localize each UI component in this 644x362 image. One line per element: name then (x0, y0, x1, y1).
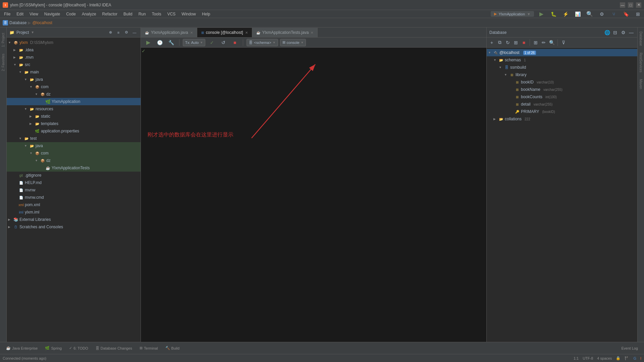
menu-vcs[interactable]: VCS (165, 11, 178, 17)
menu-help[interactable]: Help (199, 11, 213, 17)
menu-run[interactable]: Run (136, 11, 149, 17)
db-minimize-btn[interactable]: — (628, 29, 635, 36)
db-item-collations[interactable]: ▶ 📂 collations 222 (487, 115, 637, 123)
restservices-strip[interactable]: RestServices (638, 50, 643, 75)
tree-item-ylxmapp[interactable]: 🌿 YlxmApplication (7, 98, 141, 105)
breadcrumb-localhost[interactable]: @localhost (32, 20, 52, 25)
db-settings-btn[interactable]: ⚙ (620, 29, 627, 36)
menu-tools[interactable]: Tools (149, 11, 164, 17)
project-minimize-btn[interactable]: — (131, 29, 138, 36)
db-view-btn[interactable]: 🔍 (548, 39, 555, 46)
breadcrumb-database[interactable]: Database (9, 20, 26, 25)
profile-button[interactable]: 📊 (573, 9, 582, 19)
tab-build[interactable]: 🔨 Build (162, 345, 183, 352)
db-item-ssmbuild[interactable]: ▼ 🗄 ssmbuild (487, 64, 637, 71)
db-item-bookname[interactable]: ⊞ bookName varchar(255) (487, 86, 637, 93)
commit-btn[interactable]: ✓ (207, 38, 217, 47)
execute-btn[interactable]: ▶ (144, 38, 153, 47)
tab-db-changes[interactable]: 🗄 Database Changes (92, 345, 136, 352)
tx-selector[interactable]: Tx: Auto ▼ (183, 39, 205, 46)
tab-terminal[interactable]: ⊞ Terminal (136, 345, 161, 352)
editor-content[interactable]: ✓ 刚才选中的数据库会在这里进行显示 (141, 48, 486, 342)
tree-item-test-dz[interactable]: ▼ 📦 dz (7, 157, 141, 164)
db-item-primary[interactable]: 🔑 PRIMARY (bookID) (487, 108, 637, 115)
tree-item-extlibs[interactable]: ▶ 📚 External Libraries (7, 216, 141, 223)
run-button[interactable]: ▶ (537, 9, 546, 19)
tree-item-main[interactable]: ▼ 📂 main (7, 68, 141, 76)
tab-todo[interactable]: ✓ 6: TODO (66, 345, 92, 352)
debug-button[interactable]: 🐛 (549, 9, 558, 19)
database-strip[interactable]: Database (638, 29, 643, 49)
tab-ylxmtests-java[interactable]: ☕ YlxmApplicationTests.java ✕ (252, 28, 318, 37)
tree-item-test-java[interactable]: ▼ 📂 java (7, 142, 141, 149)
menu-code[interactable]: Code (63, 11, 78, 17)
tab-event-log[interactable]: Event Log (618, 345, 641, 352)
db-item-bookid[interactable]: ⊞ bookID varchar(10) (487, 78, 637, 86)
terminal-btn[interactable]: ⊞ (633, 9, 643, 19)
tree-item-idea[interactable]: ▶ 📂 .idea (7, 46, 141, 54)
menu-analyze[interactable]: Analyze (79, 11, 99, 17)
db-add-btn[interactable]: + (488, 39, 495, 46)
vcs-button[interactable]: ⑂ (609, 9, 619, 19)
menu-view[interactable]: View (27, 11, 41, 17)
tree-item-templates[interactable]: ▶ 📂 templates (7, 120, 141, 127)
db-stop-btn[interactable]: ■ (520, 39, 528, 46)
project-dropdown-icon[interactable]: ▼ (31, 31, 34, 34)
db-collapse-btn[interactable]: ⊟ (612, 29, 619, 36)
db-filter-btn[interactable]: ⊞ (512, 39, 520, 46)
tree-item-ylxm[interactable]: ▼ 📦 ylxm D:\SSM\ylxm (7, 39, 141, 46)
favorites-strip-label[interactable]: 2: Favorites (1, 51, 6, 74)
history-btn[interactable]: 🕐 (155, 38, 164, 47)
db-refresh-btn[interactable]: ↻ (504, 39, 512, 46)
tree-item-mvnwcmd[interactable]: 📄 mvnw.cmd (7, 194, 141, 201)
tab-ylxmapp-java[interactable]: ☕ YlxmApplication.java ✕ (141, 28, 197, 37)
config-btn[interactable]: 🔧 (166, 38, 176, 47)
project-settings-btn[interactable]: ⚙ (123, 29, 130, 36)
coverage-button[interactable]: ⚡ (561, 9, 570, 19)
db-item-schemas[interactable]: ▼ 📂 schemas 1 (487, 56, 637, 64)
tree-item-static[interactable]: ▶ 📂 static (7, 113, 141, 120)
project-strip-label[interactable]: 1: Project (1, 30, 6, 50)
tab-ylxmapp-close[interactable]: ✕ (190, 31, 193, 35)
db-edit-btn[interactable]: ✏ (540, 39, 547, 46)
console-selector[interactable]: ⊞ console ▼ (280, 39, 306, 46)
settings-button[interactable]: ⚙ (597, 9, 606, 19)
search-everywhere-button[interactable]: 🔍 (585, 9, 594, 19)
db-copy-btn[interactable]: ⧉ (496, 39, 503, 46)
menu-refactor[interactable]: Refactor (100, 11, 120, 17)
db-item-detail[interactable]: ⊞ detail varchar(255) (487, 101, 637, 108)
tree-item-mvn[interactable]: ▶ 📂 .mvn (7, 54, 141, 61)
tree-item-gitignore[interactable]: git .gitignore (7, 172, 141, 179)
tab-spring[interactable]: 🌿 Spring (42, 345, 65, 352)
project-collapse-btn[interactable]: ≡ (115, 29, 122, 36)
maven-strip[interactable]: Maven (638, 76, 643, 92)
tab-ylxmtests-close[interactable]: ✕ (311, 31, 313, 35)
db-table-btn[interactable]: ⊞ (532, 39, 539, 46)
tree-item-test-com[interactable]: ▼ 📦 com (7, 149, 141, 157)
maximize-button[interactable]: □ (628, 2, 633, 8)
db-globe-btn[interactable]: 🌐 (604, 29, 610, 36)
db-item-bookcounts[interactable]: ⊞ bookCounts int(100) (487, 93, 637, 101)
tree-item-mvnw[interactable]: 📄 mvnw (7, 186, 141, 194)
close-button[interactable]: ✕ (636, 2, 641, 8)
db-funnel-btn[interactable]: ⊽ (560, 39, 567, 46)
project-expand-btn[interactable]: ⊕ (107, 29, 114, 36)
tree-item-ylxmtests[interactable]: ☕ YlxmApplicationTests (7, 164, 141, 172)
tree-item-resources[interactable]: ▼ 📂 resources (7, 105, 141, 113)
tree-item-dz[interactable]: ▼ 📦 dz (7, 90, 141, 98)
minimize-button[interactable]: — (620, 2, 625, 8)
db-item-localhost[interactable]: ▼ 🔌 @localhost 1 of 26 (487, 49, 637, 56)
tab-console-close[interactable]: ✕ (245, 31, 248, 35)
menu-navigate[interactable]: Navigate (42, 11, 63, 17)
menu-window[interactable]: Window (179, 11, 199, 17)
tree-item-scratches[interactable]: ▶ 🗒 Scratches and Consoles (7, 223, 141, 231)
rollback-btn[interactable]: ↺ (219, 38, 228, 47)
menu-file[interactable]: File (1, 11, 13, 17)
tree-item-iml[interactable]: iml ylxm.iml (7, 208, 141, 216)
tree-item-appprops[interactable]: 🌿 application.properties (7, 127, 141, 135)
menu-edit[interactable]: Edit (14, 11, 26, 17)
schema-selector[interactable]: 🗄 <schema> ▼ (247, 39, 278, 46)
tree-item-pom[interactable]: xml pom.xml (7, 201, 141, 208)
db-item-library[interactable]: ▼ ⊞ library (487, 71, 637, 78)
tree-item-java[interactable]: ▼ 📂 java (7, 76, 141, 83)
